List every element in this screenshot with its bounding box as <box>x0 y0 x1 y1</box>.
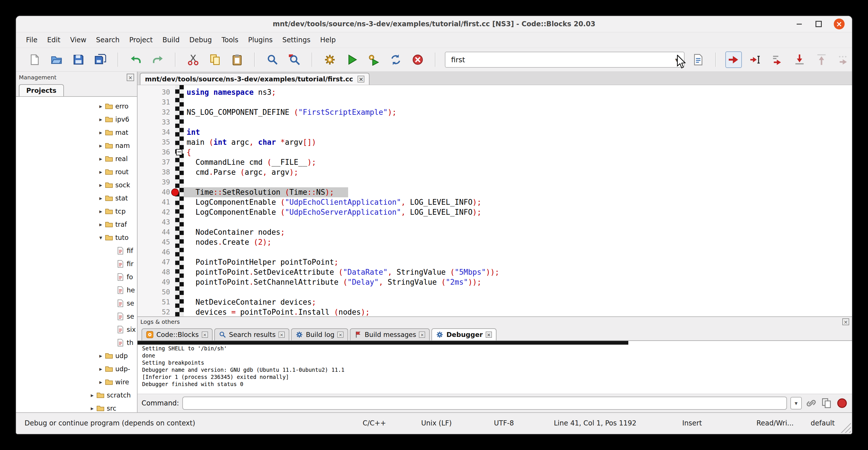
line-number[interactable]: 35 <box>137 137 175 147</box>
chevron-right-icon[interactable]: ▸ <box>96 195 105 202</box>
line-number[interactable]: 43 <box>137 217 175 227</box>
find-button[interactable] <box>264 51 281 68</box>
line-number[interactable]: 34 <box>137 127 175 137</box>
editor-tab[interactable]: mnt/dev/tools/source/ns-3-dev/examples/t… <box>140 73 370 85</box>
line-number[interactable]: 52 <box>137 307 175 317</box>
line-margin[interactable] <box>175 97 184 108</box>
line-margin[interactable] <box>175 127 184 137</box>
new-file-button[interactable] <box>26 51 43 68</box>
code-editor[interactable]: 30using namespace ns3;3132NS_LOG_COMPONE… <box>137 85 852 317</box>
code-line-34[interactable]: 34int <box>137 127 852 137</box>
command-dropdown-icon[interactable]: ▾ <box>790 397 802 410</box>
tree-item-tuto[interactable]: ▾tuto <box>16 231 137 244</box>
menu-help[interactable]: Help <box>315 32 341 48</box>
menu-project[interactable]: Project <box>124 32 157 48</box>
code-line-40[interactable]: 40 Time::SetResolution (Time::NS); <box>137 187 852 197</box>
line-number[interactable]: 41 <box>137 197 175 207</box>
build-button[interactable] <box>321 51 338 68</box>
log-tab-search-results[interactable]: Search results× <box>214 328 289 340</box>
menu-debug[interactable]: Debug <box>184 32 217 48</box>
log-tab-close-icon[interactable]: × <box>486 331 492 338</box>
chevron-right-icon[interactable]: ▸ <box>96 116 105 123</box>
find-in-files-button[interactable] <box>286 51 303 68</box>
minimize-button[interactable] <box>795 20 804 28</box>
code-line-44[interactable]: 44 NodeContainer nodes; <box>137 227 852 237</box>
line-number[interactable]: 36 <box>137 147 175 157</box>
editor-tab-close-icon[interactable]: × <box>358 76 364 83</box>
chevron-right-icon[interactable]: ▸ <box>96 169 105 175</box>
code-line-48[interactable]: 48 pointToPoint.SetDeviceAttribute ("Dat… <box>137 267 852 277</box>
line-margin[interactable] <box>175 267 184 277</box>
paste-button[interactable] <box>229 51 245 68</box>
tree-item-traf[interactable]: ▸traf <box>16 218 137 231</box>
search-combobox[interactable]: first▾ <box>445 52 685 68</box>
tree-item-fif[interactable]: fif <box>16 244 137 257</box>
tree-item-udp[interactable]: ▸udp <box>16 349 137 362</box>
chevron-right-icon[interactable]: ▸ <box>96 155 105 162</box>
log-tab-debugger[interactable]: Debugger× <box>431 328 496 340</box>
copy-button[interactable] <box>207 51 223 68</box>
management-close-icon[interactable]: × <box>127 74 134 81</box>
code-line-33[interactable]: 33 <box>137 117 852 127</box>
debugger-log[interactable]: Setting SHELL to '/bin/sh'doneSetting br… <box>137 341 852 394</box>
copy-log-icon[interactable] <box>820 397 833 409</box>
tree-item-fir[interactable]: fir <box>16 257 137 270</box>
run-button[interactable] <box>344 51 360 68</box>
line-number[interactable]: 31 <box>137 97 175 108</box>
code-line-32[interactable]: 32NS_LOG_COMPONENT_DEFINE ("FirstScriptE… <box>137 108 852 117</box>
line-margin[interactable] <box>175 108 184 117</box>
tree-item-scratch[interactable]: ▸scratch <box>16 389 137 402</box>
line-margin[interactable] <box>175 157 184 167</box>
chevron-right-icon[interactable]: ▸ <box>96 365 105 372</box>
title-bar[interactable]: mnt/dev/tools/source/ns-3-dev/examples/t… <box>16 16 852 32</box>
command-input[interactable] <box>182 397 787 410</box>
cut-button[interactable] <box>185 51 202 68</box>
rebuild-button[interactable] <box>388 51 404 68</box>
close-button[interactable]: × <box>834 19 845 29</box>
line-number[interactable]: 33 <box>137 117 175 127</box>
code-line-41[interactable]: 41 LogComponentEnable ("UdpEchoClientApp… <box>137 197 852 207</box>
tree-item-se[interactable]: se <box>16 297 137 310</box>
line-number[interactable]: 49 <box>137 277 175 287</box>
code-line-52[interactable]: 52 devices = pointToPoint.Install (nodes… <box>137 307 852 317</box>
line-margin[interactable] <box>175 237 184 247</box>
code-line-31[interactable]: 31 <box>137 97 852 108</box>
tree-item-src[interactable]: ▸src <box>16 402 137 412</box>
log-tab-code-blocks[interactable]: Code::Blocks× <box>142 328 213 340</box>
menu-build[interactable]: Build <box>157 32 184 48</box>
code-line-37[interactable]: 37 CommandLine cmd (__FILE__); <box>137 157 852 167</box>
tree-item-ipv6[interactable]: ▸ipv6 <box>16 113 137 126</box>
next-line-button[interactable] <box>769 51 786 68</box>
code-line-51[interactable]: 51 NetDeviceContainer devices; <box>137 297 852 307</box>
line-margin[interactable] <box>175 257 184 267</box>
line-margin[interactable] <box>175 297 184 307</box>
menu-file[interactable]: File <box>21 32 42 48</box>
line-number[interactable]: 39 <box>137 177 175 187</box>
tree-item-rout[interactable]: ▸rout <box>16 165 137 178</box>
chevron-down-icon[interactable]: ▾ <box>96 234 105 241</box>
chevron-right-icon[interactable]: ▸ <box>96 352 105 359</box>
logs-close-icon[interactable]: × <box>842 318 849 325</box>
tree-item-th[interactable]: th <box>16 336 137 349</box>
next-instruction-button[interactable] <box>835 51 852 68</box>
tab-projects[interactable]: Projects <box>19 84 64 96</box>
compile-current-file-button[interactable] <box>690 51 707 68</box>
open-file-button[interactable] <box>48 51 65 68</box>
attach-icon[interactable] <box>805 397 817 409</box>
log-tab-close-icon[interactable]: × <box>337 331 344 338</box>
chevron-right-icon[interactable]: ▸ <box>96 129 105 136</box>
tree-item-wire[interactable]: ▸wire <box>16 376 137 389</box>
code-line-42[interactable]: 42 LogComponentEnable ("UdpEchoServerApp… <box>137 207 852 217</box>
tree-item-nam[interactable]: ▸nam <box>16 139 137 152</box>
chevron-right-icon[interactable]: ▸ <box>96 103 105 110</box>
tree-item-erro[interactable]: ▸erro <box>16 100 137 113</box>
step-into-button[interactable] <box>791 51 808 68</box>
line-number[interactable]: 42 <box>137 207 175 217</box>
menu-settings[interactable]: Settings <box>277 32 315 48</box>
resize-grip[interactable] <box>838 420 851 433</box>
code-line-36[interactable]: 36{ <box>137 147 852 157</box>
tree-item-se[interactable]: se <box>16 310 137 323</box>
menu-view[interactable]: View <box>65 32 91 48</box>
code-line-50[interactable]: 50 <box>137 287 852 297</box>
tree-item-real[interactable]: ▸real <box>16 152 137 165</box>
